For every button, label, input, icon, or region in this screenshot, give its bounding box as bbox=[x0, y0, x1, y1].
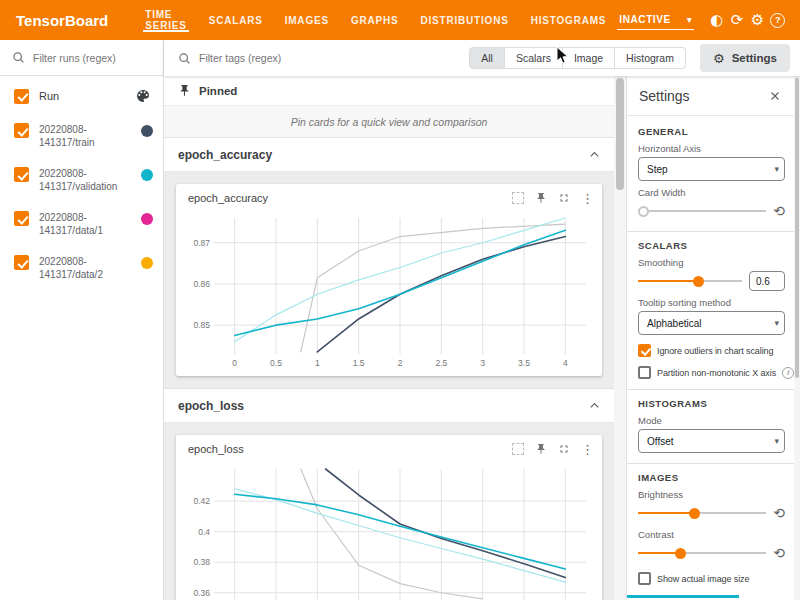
refresh-icon[interactable]: ⟳ bbox=[727, 8, 747, 33]
more-options-icon[interactable]: ⋮ bbox=[581, 443, 594, 456]
tab-scalars[interactable]: SCALARS bbox=[198, 0, 274, 40]
close-icon[interactable] bbox=[768, 89, 782, 103]
partition-x-checkbox[interactable]: Partition non-monotonic X axis i bbox=[638, 366, 785, 379]
checkbox[interactable] bbox=[638, 572, 651, 585]
runs-sidebar: Run 20220808-141317/train 20220808-14131… bbox=[0, 40, 164, 600]
theme-toggle-icon[interactable]: ◐ bbox=[706, 8, 726, 33]
scrollbar-thumb[interactable] bbox=[616, 78, 624, 190]
reset-icon[interactable]: ⟲ bbox=[773, 546, 785, 560]
run-color-dot[interactable] bbox=[141, 125, 153, 137]
checkbox-label: Partition non-monotonic X axis bbox=[657, 368, 776, 378]
palette-icon[interactable] bbox=[135, 88, 151, 104]
svg-text:0.36: 0.36 bbox=[193, 588, 210, 598]
more-options-icon[interactable]: ⋮ bbox=[581, 192, 594, 205]
tab-histograms[interactable]: HISTOGRAMS bbox=[520, 0, 618, 40]
run-row-data-2[interactable]: 20220808-141317/data/2 bbox=[0, 246, 163, 290]
fullscreen-icon[interactable] bbox=[558, 192, 570, 204]
tab-label: DISTRIBUTIONS bbox=[421, 15, 509, 26]
run-checkbox[interactable] bbox=[14, 255, 29, 270]
run-label: 20220808-141317/data/1 bbox=[39, 211, 131, 237]
pin-icon[interactable] bbox=[535, 192, 547, 204]
collapse-chevron-icon[interactable] bbox=[587, 398, 602, 413]
run-label: 20220808-141317/data/2 bbox=[39, 255, 131, 281]
run-row-train[interactable]: 20220808-141317/train bbox=[0, 114, 163, 158]
pinned-header: Pinned bbox=[164, 76, 614, 106]
pinned-empty-message: Pin cards for a quick view and compariso… bbox=[164, 106, 614, 138]
tooltip-sort-label: Tooltip sorting method bbox=[638, 297, 785, 308]
settings-scrollbar[interactable] bbox=[794, 76, 800, 600]
checkbox[interactable] bbox=[638, 344, 651, 357]
settings-panel: Settings GENERAL Horizontal Axis Step ▾ … bbox=[626, 76, 794, 600]
horizontal-axis-label: Horizontal Axis bbox=[638, 143, 785, 154]
ignore-outliers-checkbox[interactable]: Ignore outliers in chart scaling bbox=[638, 344, 785, 357]
histogram-mode-value: Offset bbox=[647, 436, 674, 447]
run-checkbox[interactable] bbox=[14, 123, 29, 138]
section-header[interactable]: epoch_accuracy bbox=[164, 138, 614, 172]
reset-icon[interactable]: ⟲ bbox=[773, 204, 785, 218]
chip-histogram[interactable]: Histogram bbox=[615, 47, 686, 69]
settings-panel-header: Settings bbox=[627, 76, 794, 116]
data-selection-icon[interactable] bbox=[512, 192, 524, 204]
card-zone: epoch_loss ⋮ 00.511.522.533.540.360.380.… bbox=[164, 423, 614, 600]
settings-button[interactable]: ⚙ Settings bbox=[700, 44, 790, 72]
svg-text:1: 1 bbox=[315, 358, 320, 368]
tab-label: HISTOGRAMS bbox=[531, 15, 607, 26]
run-color-dot[interactable] bbox=[141, 257, 153, 269]
tooltip-sort-select[interactable]: Alphabetical ▾ bbox=[638, 311, 785, 335]
chip-all[interactable]: All bbox=[469, 47, 505, 69]
svg-text:2.5: 2.5 bbox=[435, 358, 447, 368]
chip-scalars[interactable]: Scalars bbox=[505, 47, 563, 69]
run-checkbox[interactable] bbox=[14, 167, 29, 182]
histogram-mode-select[interactable]: Offset ▾ bbox=[638, 429, 785, 453]
svg-text:0.87: 0.87 bbox=[193, 238, 210, 248]
run-checkbox[interactable] bbox=[14, 211, 29, 226]
horizontal-axis-select[interactable]: Step ▾ bbox=[638, 157, 785, 181]
line-chart-epoch-accuracy[interactable]: 00.511.522.533.540.850.860.87 bbox=[182, 212, 596, 370]
tab-images[interactable]: IMAGES bbox=[274, 0, 340, 40]
info-icon[interactable]: i bbox=[782, 367, 794, 379]
run-filter-input[interactable] bbox=[33, 52, 143, 64]
run-color-dot[interactable] bbox=[141, 169, 153, 181]
fullscreen-icon[interactable] bbox=[558, 443, 570, 455]
card-width-slider[interactable] bbox=[638, 204, 766, 218]
run-color-dot[interactable] bbox=[141, 213, 153, 225]
collapse-chevron-icon[interactable] bbox=[587, 147, 602, 162]
section-title: epoch_accuracy bbox=[178, 148, 272, 162]
data-status-select[interactable]: INACTIVE ▾ bbox=[617, 11, 694, 30]
chevron-down-icon: ▾ bbox=[774, 164, 779, 174]
data-selection-icon[interactable] bbox=[512, 443, 524, 455]
select-all-runs-checkbox[interactable] bbox=[14, 89, 29, 104]
checkbox[interactable] bbox=[638, 366, 651, 379]
tag-type-chips: All Scalars Image Histogram bbox=[469, 47, 686, 69]
smoothing-input[interactable] bbox=[749, 271, 785, 291]
svg-text:3.5: 3.5 bbox=[518, 358, 530, 368]
reset-icon[interactable]: ⟲ bbox=[773, 506, 785, 520]
scrollbar-thumb[interactable] bbox=[795, 78, 799, 378]
help-icon[interactable]: ? bbox=[768, 8, 788, 33]
pinned-title: Pinned bbox=[199, 85, 237, 97]
smoothing-slider[interactable] bbox=[638, 274, 742, 288]
tab-distributions[interactable]: DISTRIBUTIONS bbox=[410, 0, 520, 40]
contrast-slider[interactable] bbox=[638, 546, 766, 560]
section-header[interactable]: epoch_loss bbox=[164, 389, 614, 423]
tab-label: TIME SERIES bbox=[145, 9, 186, 31]
runs-header-row: Run bbox=[0, 76, 163, 114]
run-row-validation[interactable]: 20220808-141317/validation bbox=[0, 158, 163, 202]
show-actual-size-checkbox[interactable]: Show actual image size bbox=[638, 572, 785, 585]
run-row-data-1[interactable]: 20220808-141317/data/1 bbox=[0, 202, 163, 246]
horizontal-axis-value: Step bbox=[647, 164, 668, 175]
app-logo: TensorBoard bbox=[16, 12, 108, 29]
line-chart-epoch-loss[interactable]: 00.511.522.533.540.360.380.40.42 bbox=[182, 463, 596, 600]
tag-filter-input[interactable] bbox=[199, 52, 329, 64]
main-scrollbar[interactable] bbox=[614, 76, 626, 600]
chip-image[interactable]: Image bbox=[563, 47, 615, 69]
gear-icon[interactable]: ⚙ bbox=[747, 8, 767, 33]
tab-graphs[interactable]: GRAPHS bbox=[340, 0, 410, 40]
pin-icon[interactable] bbox=[535, 443, 547, 455]
brightness-slider[interactable] bbox=[638, 506, 766, 520]
svg-text:1.5: 1.5 bbox=[353, 358, 365, 368]
svg-text:2: 2 bbox=[398, 358, 403, 368]
tab-time-series[interactable]: TIME SERIES bbox=[134, 0, 197, 40]
card-title: epoch_loss bbox=[188, 443, 244, 455]
svg-text:0.42: 0.42 bbox=[193, 496, 210, 506]
